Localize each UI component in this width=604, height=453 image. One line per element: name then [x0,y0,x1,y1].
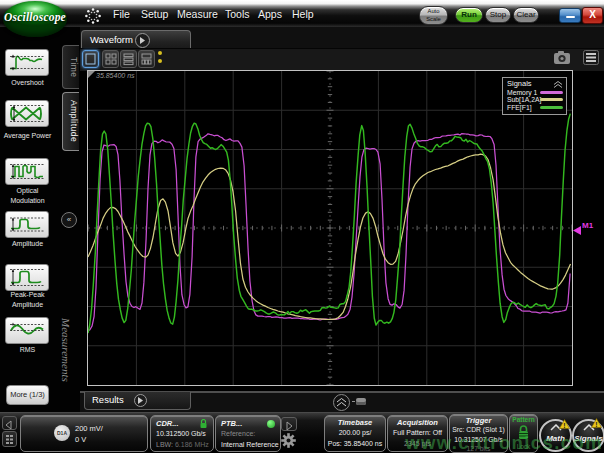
expand-results-button[interactable] [333,394,350,411]
legend-swatch-3 [540,106,563,109]
plot-legend[interactable]: Signals Memory 1Sub[1A,2A]FFE[F1] [502,77,567,115]
menu-item-measure[interactable]: Measure [177,0,218,27]
cdr-lbw-label: LBW: [156,441,173,448]
legend-swatch-1 [540,91,563,94]
measurement-peak-peak-amplitude[interactable] [5,264,49,291]
results-tab-menu-icon[interactable] [134,394,147,407]
stop-button[interactable]: Stop [485,7,511,23]
channel-panel[interactable]: D1A 200 mV/ 0 V [20,415,148,452]
measurement-label: OpticalModulation [0,186,55,205]
svg-text:!: ! [595,421,597,428]
acquisition-title: Acquisition [388,418,447,427]
marker-m1-label: M1 [582,221,593,230]
measurement-average-power[interactable] [5,100,49,127]
measurement-label: Average Power [0,131,55,141]
legend-collapse-icon[interactable] [553,81,563,88]
channel-scale: 200 mV/ [75,424,103,433]
camera-icon[interactable] [553,50,571,65]
legend-title: Signals [507,79,532,88]
measurement-label: RMS [0,345,55,355]
layout-quad-button[interactable] [102,50,119,68]
ptb-line1: Reference: [221,430,255,437]
layout-mixed-button[interactable] [138,50,155,68]
peak-peak-amplitude-icon [6,265,48,290]
tab-results[interactable]: Results [84,392,191,410]
rms-icon [6,318,48,343]
ptb-line2: Internal Reference [221,441,279,448]
average-power-icon [6,101,48,126]
panel-back-button[interactable] [2,416,17,430]
sidebar-tab-amplitude[interactable]: Amplitude [62,92,79,151]
cdr-lbw-value: 6.186 MHz [175,441,209,448]
ptb-title: PTB... [221,419,242,428]
oscilloscope-app: Oscilloscope FileSetupMeasureToolsAppsHe… [0,0,604,453]
cdr-lock-icon [199,419,208,429]
cdr-panel[interactable]: CDR... 10.312500 Gb/s LBW: 6.186 MHz [150,415,214,452]
measurement-amplitude[interactable] [5,211,49,238]
auto-scale-button[interactable]: AutoScale [419,6,448,25]
measurement-label: Peak-PeakAmplitude [0,290,55,309]
results-window-icon[interactable] [356,398,366,405]
plot-position-label: 35.85400 ns [96,72,135,79]
layout-single-button[interactable] [82,50,99,68]
watermark: www.cntronics.com [405,432,603,453]
overshoot-icon [6,50,48,75]
minimize-icon [566,16,575,18]
pattern-title: Pattern [510,416,537,423]
tab-waveform[interactable]: Waveform [81,30,191,49]
app-logo: Oscilloscope [3,1,67,37]
menu-item-file[interactable]: File [113,0,130,27]
panel-grid-button[interactable] [2,431,17,447]
trace-2 [88,114,570,333]
measurements-panel-title: Measurements [60,318,72,410]
channel-offset: 0 V [75,435,86,444]
layout-rows-button[interactable] [120,50,137,68]
cdr-title: CDR... [156,419,179,428]
settings-gear-icon[interactable] [280,432,297,449]
measurement-optical-modulation[interactable] [5,158,49,185]
cdr-rate: 10.312500 Gb/s [156,430,206,437]
more-measurements-button[interactable]: More (1/3) [6,385,49,405]
minimize-button[interactable] [559,8,581,23]
math-warning-icon: ! [559,419,570,429]
marker-m1-arrow-icon [573,226,582,236]
menu-item-apps[interactable]: Apps [258,0,282,27]
waveform-tab-label: Waveform [90,31,133,49]
measurement-overshoot[interactable] [5,49,49,76]
plot-corner-marker [88,71,96,79]
settings-sun-icon[interactable] [85,8,101,24]
ptb-led-icon [267,420,275,428]
ptb-panel[interactable]: PTB... Reference: Internal Reference [215,415,281,452]
svg-text:!: ! [563,422,565,429]
channel-badge: D1A [54,425,70,441]
optical-modulation-icon [6,159,48,184]
sidebar-collapse-button[interactable]: « [61,212,77,228]
waveform-plot[interactable] [87,70,573,386]
waveform-tab-menu-icon[interactable] [135,33,150,48]
sidebar-tab-time[interactable]: Time [62,45,79,89]
legend-swatch-2 [540,98,563,101]
close-button[interactable]: X [582,7,603,24]
menu-item-help[interactable]: Help [292,0,314,27]
results-tab-label: Results [92,392,124,408]
indicator-dot-1 [158,51,162,55]
amplitude-icon [6,212,48,237]
measurement-label: Amplitude [0,239,55,249]
timebase-title: Timebase [325,418,385,427]
timebase-panel[interactable]: Timebase 200.00 ps/ Pos: 35.85400 ns [324,415,386,452]
indicator-dot-2 [158,59,162,63]
measurement-rms[interactable] [5,317,49,344]
signals-warning-icon: ! [591,418,602,428]
menu-item-setup[interactable]: Setup [141,0,168,27]
run-button[interactable]: Run [455,7,483,23]
menu-item-tools[interactable]: Tools [225,0,250,27]
clear-button[interactable]: Clear [513,7,539,23]
timebase-position: Pos: 35.85400 ns [325,440,385,447]
menu-list-icon[interactable] [583,50,599,65]
measurement-label: Overshoot [0,78,55,88]
panel-forward-button[interactable] [281,417,297,431]
timebase-scale: 200.00 ps/ [325,429,385,436]
trigger-title: Trigger [450,416,507,425]
marker-m1[interactable]: M1 [573,222,582,240]
